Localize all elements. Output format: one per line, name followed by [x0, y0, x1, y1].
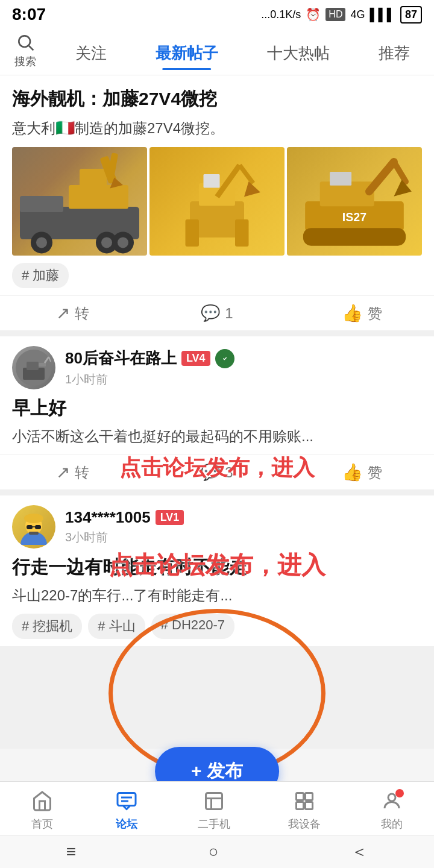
- svg-rect-11: [80, 169, 107, 190]
- svg-rect-41: [35, 525, 41, 529]
- back-nav-button[interactable]: ＜: [351, 840, 368, 863]
- svg-rect-51: [297, 802, 304, 810]
- svg-line-1: [29, 46, 33, 50]
- post2-level: LV4: [181, 351, 210, 366]
- svg-rect-50: [306, 793, 313, 800]
- bottom-tab-myequip[interactable]: 我设备: [288, 788, 321, 831]
- comment-button-1[interactable]: 💬 1: [145, 303, 289, 323]
- post-card-2[interactable]: 80后奋斗在路上 LV4 1小时前 早上好 小活不断这么干着也挺好的最起码的不用…: [0, 336, 434, 489]
- post2-name-row: 80后奋斗在路上 LV4: [65, 348, 422, 369]
- phone-nav-bar: ≡ ○ ＜: [0, 835, 434, 868]
- myequip-icon-container: [291, 788, 318, 814]
- post3-level: LV1: [156, 510, 184, 525]
- comment-icon: 💬: [201, 304, 220, 322]
- home-tab-label: 首页: [31, 817, 53, 831]
- post1-images: IS27: [0, 147, 434, 263]
- search-button[interactable]: 搜索: [0, 33, 51, 75]
- myequip-tab-label: 我设备: [288, 817, 321, 831]
- svg-line-20: [240, 165, 254, 183]
- status-icons: ...0.1K/s ⏰ HD 4G ▌▌▌ 87: [261, 6, 422, 24]
- post3-user-info: 134****1005 LV1 3小时前: [65, 508, 422, 546]
- svg-rect-31: [39, 363, 46, 366]
- bottom-tab-home[interactable]: 首页: [29, 788, 55, 831]
- svg-rect-39: [29, 532, 39, 535]
- comment-count-1: 1: [225, 305, 233, 322]
- bottom-tab-secondhand[interactable]: 二手机: [198, 788, 230, 831]
- like-label-2: 赞: [368, 463, 382, 482]
- svg-rect-16: [204, 174, 220, 188]
- tag-kato[interactable]: # 加藤: [12, 263, 69, 288]
- forum-icon-container: [113, 788, 140, 814]
- svg-point-5: [36, 237, 47, 248]
- post3-time: 3小时前: [65, 529, 422, 546]
- bottom-combined: 首页 论坛 二手机: [0, 781, 434, 868]
- post3-header: 134****1005 LV1 3小时前: [0, 495, 434, 555]
- share-button-2[interactable]: ↗ 转: [0, 462, 145, 482]
- post1-tags: # 加藤: [0, 263, 434, 295]
- tag-dh220[interactable]: # DH220-7: [151, 614, 234, 639]
- post2-badge: [215, 349, 234, 368]
- share-label-2: 转: [75, 463, 89, 482]
- like-button-2[interactable]: 👍 赞: [289, 462, 434, 482]
- forum-icon: [116, 790, 137, 812]
- svg-rect-30: [27, 362, 39, 370]
- menu-nav-button[interactable]: ≡: [66, 842, 76, 861]
- post3-username: 134****1005: [65, 508, 151, 527]
- svg-rect-17: [186, 219, 200, 247]
- post3-name-row: 134****1005 LV1: [65, 508, 422, 527]
- share-icon-2: ↗: [56, 462, 70, 482]
- like-icon: 👍: [342, 303, 363, 323]
- post1-title: 海外靓机：加藤27V4微挖: [0, 75, 434, 116]
- svg-line-26: [394, 162, 406, 182]
- signal-text: ...0.1K/s: [261, 8, 301, 21]
- secondhand-icon-container: [201, 788, 227, 814]
- post2-time: 1小时前: [65, 371, 422, 388]
- post-card-1[interactable]: 海外靓机：加藤27V4微挖 意大利🇮🇹制造的加藤27V4微挖。: [0, 75, 434, 330]
- svg-rect-18: [235, 219, 249, 247]
- status-time: 8:07: [12, 5, 46, 24]
- post2-excerpt: 小活不断这么干着也挺好的最起码的不用赊账...: [0, 426, 434, 454]
- post-card-3[interactable]: 134****1005 LV1 3小时前 行走一边有时能走有时不能走 斗山220…: [0, 495, 434, 646]
- tab-latest[interactable]: 最新帖子: [146, 38, 228, 70]
- svg-point-9: [118, 237, 128, 248]
- post2-actions: ↗ 转 💬 3 👍 赞: [0, 454, 434, 489]
- secondhand-tab-label: 二手机: [198, 817, 230, 831]
- like-button-1[interactable]: 👍 赞: [289, 303, 434, 323]
- like-label-1: 赞: [368, 304, 382, 323]
- post2-avatar: [12, 346, 55, 389]
- bottom-tab-forum[interactable]: 论坛: [113, 788, 140, 831]
- bottom-tab-mine[interactable]: 我的: [379, 788, 405, 831]
- home-icon-container: [29, 788, 55, 814]
- svg-line-25: [370, 162, 394, 192]
- post1-image-3: IS27: [287, 147, 422, 256]
- tab-follow[interactable]: 关注: [66, 38, 116, 70]
- hd-badge: HD: [326, 8, 345, 21]
- tab-recommend[interactable]: 推荐: [369, 38, 420, 70]
- svg-point-7: [101, 237, 112, 248]
- home-nav-button[interactable]: ○: [209, 842, 219, 861]
- fab-label: + 发布: [191, 759, 243, 784]
- comment-count-2: 3: [225, 464, 233, 481]
- nav-tabs: 关注 最新帖子 十大热帖 推荐: [51, 38, 434, 70]
- comment-button-2[interactable]: 💬 3: [145, 462, 289, 482]
- share-button-1[interactable]: ↗ 转: [0, 303, 145, 323]
- home-icon: [31, 790, 53, 812]
- post3-excerpt: 斗山220-7的车行...了有时能走有...: [0, 585, 434, 614]
- post1-subtitle: 意大利🇮🇹制造的加藤27V4微挖。: [0, 116, 434, 147]
- share-icon: ↗: [56, 303, 70, 323]
- svg-rect-52: [306, 802, 313, 810]
- post3-tags: # 挖掘机 # 斗山 # DH220-7: [0, 614, 434, 646]
- svg-rect-23: [330, 172, 351, 186]
- post3-title: 行走一边有时能走有时不能走: [0, 555, 434, 585]
- post2-user-info: 80后奋斗在路上 LV4 1小时前: [65, 348, 422, 388]
- search-label: 搜索: [14, 54, 36, 69]
- signal-bars: ▌▌▌: [370, 8, 395, 22]
- tag-doosan[interactable]: # 斗山: [88, 614, 145, 639]
- tag-excavator[interactable]: # 挖掘机: [12, 614, 82, 639]
- svg-point-36: [24, 514, 43, 523]
- svg-point-0: [19, 36, 30, 47]
- svg-text:IS27: IS27: [342, 210, 366, 224]
- svg-rect-24: [303, 228, 406, 245]
- post1-image-1: [12, 147, 147, 256]
- tab-hot[interactable]: 十大热帖: [257, 38, 339, 70]
